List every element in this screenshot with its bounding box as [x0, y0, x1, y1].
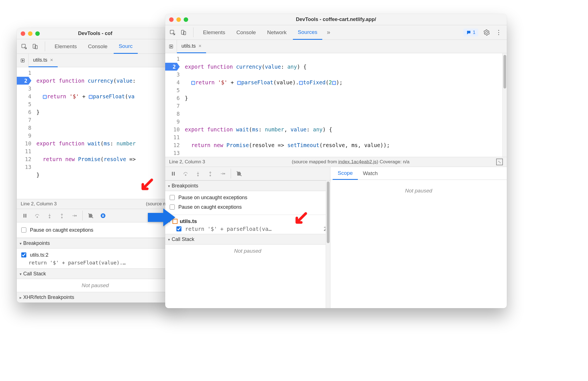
xhr-breakpoints-header[interactable]: XHR/fetch Breakpoints	[17, 292, 174, 303]
code-content: export function currency(value: return '…	[34, 67, 136, 199]
not-paused-label: Not paused	[330, 180, 507, 197]
scrollbar-thumb[interactable]	[503, 55, 506, 89]
filetab-utils[interactable]: utils.ts ×	[177, 40, 206, 53]
tab-console[interactable]: Console	[83, 39, 113, 54]
scrollbar-thumb[interactable]	[327, 182, 330, 243]
pause-caught-row: Pause on caught exceptions	[17, 222, 174, 238]
step-icon[interactable]	[68, 211, 80, 221]
step-into-icon[interactable]	[44, 211, 55, 221]
file-tabs: utils.ts ×	[165, 40, 507, 53]
issues-badge[interactable]: 1	[463, 29, 478, 36]
step-icon[interactable]	[217, 169, 228, 179]
sourcemap-link[interactable]: index.1ac4eab2.js	[338, 159, 377, 164]
svg-rect-5	[25, 214, 26, 217]
step-over-icon[interactable]	[180, 169, 192, 179]
breakpoint-entry[interactable]: utils.ts:2	[20, 250, 170, 260]
line-gutter: 1 2 3 4 5 6 7 8 9 10 11 12 13	[17, 67, 34, 199]
debugger-toolbar	[17, 209, 174, 222]
deactivate-breakpoints-icon[interactable]	[85, 211, 97, 221]
svg-rect-11	[102, 214, 103, 217]
inspect-element-icon[interactable]	[19, 41, 29, 52]
devtools-toolbar: Elements Console Network Sources » 1 ⋮	[165, 25, 507, 40]
callstack-section-header[interactable]: Call Stack	[165, 234, 330, 245]
separator	[82, 211, 83, 220]
step-into-icon[interactable]	[192, 169, 204, 179]
file-tabs: utils.ts ×	[17, 54, 174, 67]
pause-caught-checkbox[interactable]: Pause on caught exceptions	[169, 202, 327, 212]
pause-uncaught-checkbox[interactable]: Pause on uncaught exceptions	[169, 193, 327, 202]
filetab-label: utils.ts	[33, 57, 47, 63]
devtools-window-right: DevTools - coffee-cart.netlify.app/ Elem…	[165, 14, 507, 308]
breakpoint-file-header[interactable]: ▾utils.ts	[169, 217, 327, 226]
close-window-button[interactable]	[169, 17, 174, 22]
close-window-button[interactable]	[21, 31, 25, 36]
close-icon[interactable]: ×	[199, 43, 202, 49]
svg-point-10	[101, 213, 106, 218]
pause-icon[interactable]	[167, 169, 179, 179]
step-out-icon[interactable]	[204, 169, 216, 179]
svg-point-9	[76, 215, 76, 216]
zoom-window-button[interactable]	[35, 31, 40, 36]
coverage-icon[interactable]: ⤡	[496, 159, 503, 165]
breakpoints-section-header[interactable]: Breakpoints	[17, 238, 174, 248]
debugger-toolbar	[165, 167, 330, 180]
file-navigator-icon[interactable]	[17, 54, 29, 67]
file-navigator-icon[interactable]	[165, 40, 177, 53]
pause-caught-checkbox[interactable]: Pause on caught exceptions	[20, 225, 170, 235]
kebab-menu-icon[interactable]: ⋮	[493, 29, 505, 36]
svg-rect-17	[172, 172, 173, 175]
separator	[231, 169, 231, 178]
callstack-section-header[interactable]: Call Stack	[17, 268, 174, 279]
code-editor[interactable]: 1 2 3 4 5 6 7 8 9 10 11 12 13 export fun…	[17, 67, 174, 199]
zoom-window-button[interactable]	[184, 17, 188, 22]
breakpoint-marker[interactable]: 2	[17, 77, 31, 85]
breakpoints-section-body: Pause on uncaught exceptions Pause on ca…	[165, 191, 330, 215]
svg-point-6	[37, 217, 38, 217]
breakpoint-marker[interactable]: 2	[165, 63, 180, 71]
filetab-label: utils.ts	[181, 43, 196, 49]
inspect-element-icon[interactable]	[167, 27, 178, 38]
svg-point-21	[210, 175, 211, 176]
editor-statusbar: Line 2, Column 3 (source mapped from ind…	[165, 157, 507, 167]
scope-tabs: Scope Watch	[330, 167, 507, 180]
deactivate-breakpoints-icon[interactable]	[233, 169, 245, 179]
device-toolbar-icon[interactable]	[30, 41, 40, 52]
breakpoint-snippet: return '$' + parseFloat(value).…	[20, 260, 170, 266]
tab-network[interactable]: Network	[262, 25, 292, 40]
minimize-window-button[interactable]	[28, 31, 32, 36]
filetab-utils[interactable]: utils.ts ×	[29, 54, 58, 67]
breakpoints-section-body: utils.ts:2 return '$' + parseFloat(value…	[17, 248, 174, 268]
scrollbar-track[interactable]	[326, 180, 330, 308]
breakpoint-file-group: ▾utils.ts return '$' + parseFloat(va… 2	[165, 215, 330, 234]
step-over-icon[interactable]	[31, 211, 43, 221]
tab-sources[interactable]: Sources	[293, 25, 323, 40]
titlebar: DevTools - cof	[17, 28, 174, 39]
device-toolbar-icon[interactable]	[179, 27, 189, 38]
svg-point-7	[49, 217, 50, 218]
titlebar: DevTools - coffee-cart.netlify.app/	[165, 14, 507, 25]
close-icon[interactable]: ×	[50, 57, 53, 63]
debugger-panes: Breakpoints Pause on uncaught exceptions…	[165, 167, 507, 308]
more-tabs-icon[interactable]: »	[323, 27, 333, 38]
settings-icon[interactable]	[482, 27, 492, 38]
minimize-window-button[interactable]	[176, 17, 181, 22]
code-editor[interactable]: 1 2 3 4 5 6 7 8 9 10 11 12 13 export fun…	[165, 53, 507, 157]
pause-icon[interactable]	[19, 211, 31, 221]
scrollbar-track[interactable]	[502, 53, 507, 157]
breakpoint-entry[interactable]: return '$' + parseFloat(va… 2	[169, 226, 327, 232]
devtools-toolbar: Elements Console Sourc	[17, 39, 174, 54]
tab-watch[interactable]: Watch	[358, 167, 383, 180]
traffic-lights	[21, 31, 40, 36]
svg-rect-4	[24, 214, 24, 217]
tab-console[interactable]: Console	[231, 25, 261, 40]
tab-elements[interactable]: Elements	[50, 39, 82, 54]
tab-scope[interactable]: Scope	[333, 167, 358, 180]
step-out-icon[interactable]	[56, 211, 68, 221]
debugger-left-pane: Breakpoints Pause on uncaught exceptions…	[165, 167, 330, 308]
editor-statusbar: Line 2, Column 3 (source ma	[17, 199, 174, 209]
pause-on-exceptions-icon[interactable]	[97, 211, 109, 221]
breakpoints-section-header[interactable]: Breakpoints	[165, 180, 330, 191]
tab-sources[interactable]: Sourc	[114, 40, 138, 54]
separator	[45, 41, 45, 51]
tab-elements[interactable]: Elements	[198, 25, 230, 40]
